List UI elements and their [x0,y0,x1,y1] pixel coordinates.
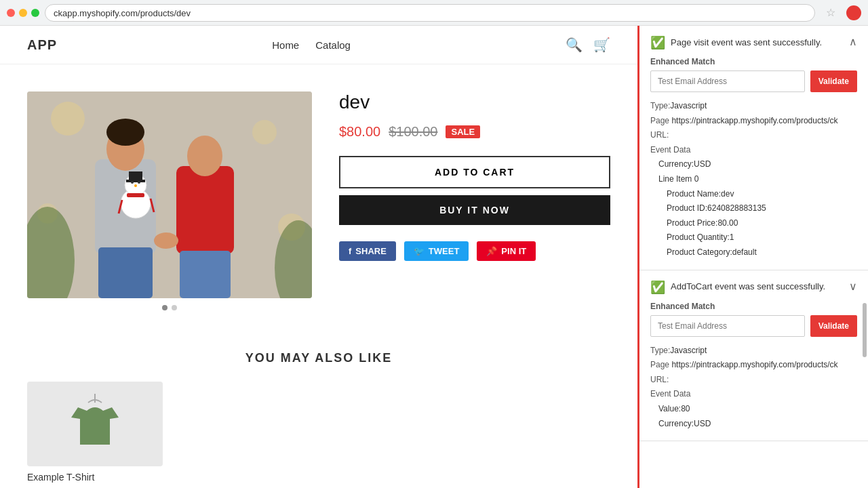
event-data-key: Event Data [650,145,690,155]
svg-rect-19 [127,193,144,197]
event1-meta: Type:Javascript Page https://pintrackapp… [650,99,857,260]
event2-header: ✅ AddToCart event was sent successfully.… [650,280,857,295]
svg-point-16 [131,181,134,184]
event1-collapse-button[interactable]: ∧ [849,35,857,48]
sale-price: $80.00 [339,124,380,140]
related-title: YOU MAY ALSO LIKE [27,351,610,365]
image-dots [27,305,312,310]
facebook-icon: f [349,246,351,256]
facebook-share-button[interactable]: f SHARE [339,241,396,261]
svg-rect-22 [98,247,153,298]
product-qty-key: Product Quantity:1 [667,232,734,242]
event2-email-row: Validate [650,315,857,337]
product-name-key: Product Name:dev [667,189,734,199]
event2-enhanced-match-label: Enhanced Match [650,302,857,311]
event2-url-key: URL: [650,375,669,384]
search-icon[interactable]: 🔍 [566,37,583,53]
scrollbar-thumb[interactable] [863,303,867,357]
svg-point-2 [252,120,277,144]
event1-title: Page visit event was sent successfully. [671,37,822,49]
price-wrap: $80.00 $100.00 SALE [339,124,610,140]
original-price: $100.00 [389,124,437,140]
success-icon-1: ✅ [650,35,665,50]
side-panel: ✅ Page visit event was sent successfully… [637,26,868,488]
event2-page-key: Page [650,360,671,369]
event1-validate-button[interactable]: Validate [810,70,857,92]
event1-email-input[interactable] [650,70,805,92]
url-bar[interactable]: ckapp.myshopify.com/products/dev [45,4,815,22]
event2-type-value: Javascript [670,346,707,355]
add-to-cart-button[interactable]: ADD TO CART [339,156,610,188]
product-cat-key: Product Category:default [667,247,757,257]
event2-title: AddToCart event was sent successfully. [671,281,825,293]
product-title: dev [339,92,610,113]
nav-right: 🔍 🛒 [566,37,610,53]
product-image-wrap [27,92,312,310]
social-share: f SHARE 🐦 TWEET 📌 PIN IT [339,241,610,261]
nav-catalog[interactable]: Catalog [315,39,351,51]
pinterest-share-button[interactable]: 📌 PIN IT [477,241,536,261]
svg-point-18 [134,184,137,187]
page-visit-event: ✅ Page visit event was sent successfully… [639,26,868,270]
nav-home[interactable]: Home [272,39,299,51]
svg-rect-23 [180,251,231,298]
event1-success-wrap: ✅ Page visit event was sent successfully… [650,35,822,50]
event2-email-input[interactable] [650,315,805,337]
type-key: Type: [650,101,670,110]
svg-rect-14 [129,171,142,181]
product-photo [27,92,312,298]
related-item-name: Example T-Shirt [27,472,163,483]
product-price-key: Product Price:80.00 [667,218,738,228]
event2-validate-button[interactable]: Validate [810,315,857,337]
svg-point-17 [138,181,140,184]
bookmark-icon[interactable]: ☆ [826,6,835,19]
add-to-cart-event: ✅ AddToCart event was sent successfully.… [639,270,868,442]
svg-point-1 [51,102,85,136]
event2-event-data-key: Event Data [650,389,690,399]
related-section: YOU MAY ALSO LIKE Example T-Shirt [0,338,637,488]
product-info: dev $80.00 $100.00 SALE ADD TO CART BUY … [339,92,610,310]
event2-value-key: Value:80 [658,404,690,413]
profile-icon[interactable] [846,5,861,20]
event2-page-value: https://pintrackapp.myshopify.com/produc… [671,360,837,369]
success-icon-2: ✅ [650,280,665,295]
svg-rect-15 [126,180,145,182]
event1-header: ✅ Page visit event was sent successfully… [650,35,857,50]
event2-type-key: Type: [650,346,670,355]
nav-links: Home Catalog [272,39,351,51]
svg-point-24 [154,232,178,249]
pinterest-icon: 📌 [486,246,497,256]
svg-rect-10 [176,166,234,254]
related-item[interactable]: Example T-Shirt [27,382,163,483]
twitter-icon: 🐦 [414,246,425,256]
svg-point-11 [187,136,222,176]
event2-success-wrap: ✅ AddToCart event was sent successfully. [650,280,825,295]
shop-nav: APP Home Catalog 🔍 🛒 [0,26,637,64]
product-section: dev $80.00 $100.00 SALE ADD TO CART BUY … [0,64,637,338]
shop-logo: APP [27,37,57,53]
product-id-key: Product ID:6240828883135 [667,203,766,213]
event2-currency-key: Currency:USD [658,419,711,428]
dot-2[interactable] [172,305,177,310]
type-value: Javascript [670,101,707,110]
twitter-share-button[interactable]: 🐦 TWEET [404,241,469,261]
buy-now-button[interactable]: BUY IT NOW [339,195,610,225]
currency-key: Currency:USD [658,159,711,169]
url-key: URL: [650,130,669,140]
browser-bar: ckapp.myshopify.com/products/dev ☆ [0,0,868,26]
event1-enhanced-match-label: Enhanced Match [650,57,857,66]
tshirt-svg [68,390,122,458]
main-content: APP Home Catalog 🔍 🛒 [0,26,637,488]
sale-badge: SALE [446,125,480,138]
event1-email-row: Validate [650,70,857,92]
dot-1[interactable] [162,305,167,310]
line-item-label: Line Item 0 [658,174,698,184]
related-grid: Example T-Shirt [27,382,610,483]
event2-meta: Type:Javascript Page https://pintrackapp… [650,344,857,432]
svg-point-9 [106,119,144,146]
related-image-wrap [27,382,163,466]
product-image-svg [27,92,312,298]
cart-icon[interactable]: 🛒 [593,37,610,53]
page-key: Page [650,116,671,125]
event2-collapse-button[interactable]: ∨ [849,280,857,293]
